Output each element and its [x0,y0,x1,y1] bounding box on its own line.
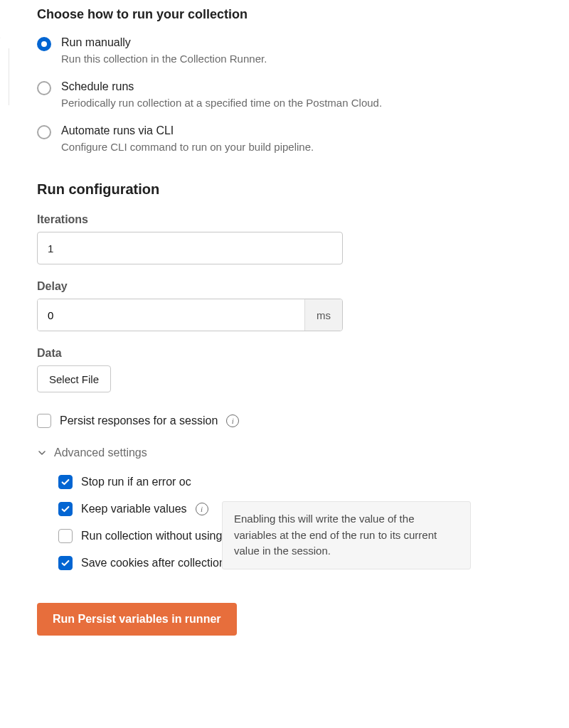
save-cookies-checkbox[interactable] [58,556,73,570]
radio-label: Run manually [61,36,267,49]
radio-description: Periodically run collection at a specifi… [61,97,382,109]
iterations-field: Iterations [37,213,541,264]
run-mode-cli[interactable]: Automate runs via CLI Configure CLI comm… [37,124,541,153]
iterations-input[interactable] [37,232,343,264]
advanced-settings-label: Advanced settings [54,446,147,459]
info-icon[interactable]: i [196,503,208,515]
keep-variables-label: Keep variable values [81,503,187,515]
radio-label: Schedule runs [61,80,382,93]
delay-unit: ms [304,299,342,331]
run-mode-schedule[interactable]: Schedule runs Periodically run collectio… [37,80,541,109]
delay-field: Delay ms [37,280,541,331]
persist-responses-checkbox-row: Persist responses for a session i [37,414,541,428]
save-cookies-label: Save cookies after collection run [81,557,245,569]
stop-on-error-checkbox[interactable] [58,475,73,489]
check-icon [60,477,70,487]
no-cookies-checkbox[interactable] [58,529,73,543]
delay-label: Delay [37,280,541,293]
data-field: Data Select File [37,347,541,392]
select-file-button[interactable]: Select File [37,365,111,392]
persist-responses-checkbox[interactable] [37,414,51,428]
choose-run-title: Choose how to run your collection [37,7,541,22]
run-mode-radio-group: Run manually Run this collection in the … [37,36,541,153]
keep-variables-tooltip: Enabling this will write the value of th… [222,501,471,569]
delay-input[interactable] [38,299,304,331]
radio-description: Configure CLI command to run on your bui… [61,141,314,153]
persist-responses-label: Persist responses for a session [60,414,218,427]
run-collection-button[interactable]: Run Persist variables in runner [37,603,237,636]
keep-variables-checkbox[interactable] [58,502,73,516]
radio-label: Automate runs via CLI [61,124,314,137]
radio-icon[interactable] [37,37,51,51]
data-label: Data [37,347,541,360]
radio-icon[interactable] [37,81,51,95]
radio-icon[interactable] [37,125,51,139]
check-icon [60,558,70,568]
info-icon[interactable]: i [226,414,239,427]
edge-divider [9,48,9,105]
check-icon [60,504,70,514]
advanced-settings-toggle[interactable]: Advanced settings [37,446,541,459]
chevron-down-icon [37,448,47,458]
stop-on-error-row: Stop run if an error oc [58,475,541,489]
stop-on-error-label: Stop run if an error oc [81,476,191,488]
run-mode-manual[interactable]: Run manually Run this collection in the … [37,36,541,65]
iterations-label: Iterations [37,213,541,226]
run-configuration-title: Run configuration [37,181,541,198]
radio-description: Run this collection in the Collection Ru… [61,53,267,65]
